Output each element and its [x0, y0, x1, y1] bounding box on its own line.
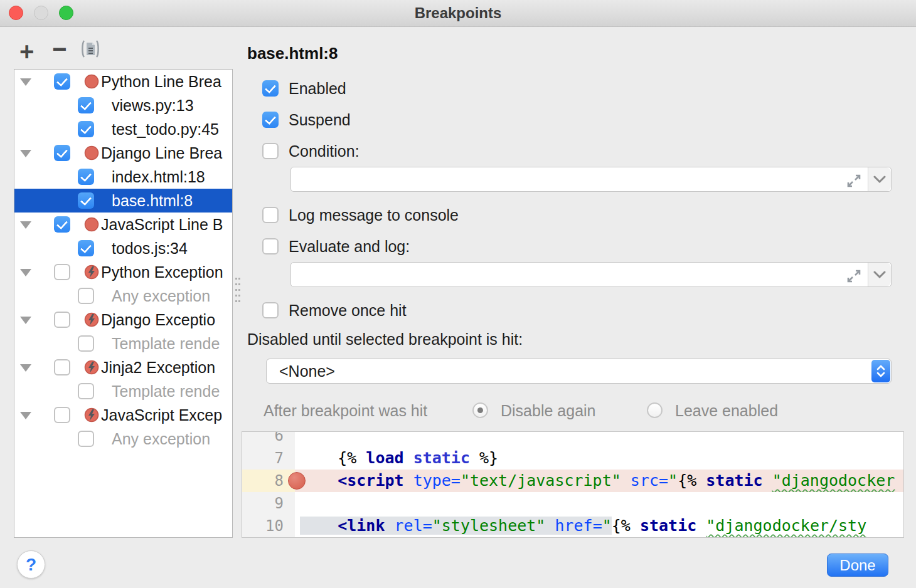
- breakpoint-checkbox[interactable]: [78, 169, 94, 185]
- line-number[interactable]: 10: [242, 515, 295, 537]
- condition-row: Condition:: [262, 142, 359, 160]
- expand-editor-icon[interactable]: [845, 267, 863, 287]
- tree-row-label: test_todo.py:45: [112, 120, 219, 139]
- breakpoint-checkbox[interactable]: [54, 73, 70, 90]
- select-stepper-icon: [871, 360, 890, 382]
- code-text: [295, 492, 903, 515]
- breakpoint-checkbox[interactable]: [78, 383, 94, 399]
- breakpoint-checkbox[interactable]: [54, 216, 70, 233]
- disclosure-triangle-icon[interactable]: [20, 78, 31, 86]
- tree-row-label: Any exception: [112, 430, 210, 448]
- evaluate-checkbox[interactable]: [262, 238, 279, 255]
- breakpoint-checkbox[interactable]: [54, 359, 70, 375]
- radio-disable-again[interactable]: [472, 402, 488, 418]
- remove-once-hit-label: Remove once hit: [289, 302, 407, 320]
- log-message-checkbox[interactable]: [262, 207, 279, 223]
- breakpoint-checkbox[interactable]: [78, 97, 94, 113]
- tree-row-template-rende[interactable]: Template rende: [14, 379, 232, 403]
- disclosure-triangle-icon[interactable]: [20, 269, 31, 276]
- tree-row-any-exception[interactable]: Any exception: [14, 427, 232, 451]
- breakpoint-checkbox[interactable]: [78, 240, 94, 256]
- condition-checkbox[interactable]: [262, 143, 279, 159]
- radio-leave-enabled-label: Leave enabled: [675, 402, 778, 420]
- titlebar: Breakpoints: [0, 0, 916, 27]
- done-button[interactable]: Done: [827, 554, 888, 577]
- add-breakpoint-button[interactable]: +: [19, 39, 34, 64]
- tree-row-any-exception[interactable]: Any exception: [14, 284, 232, 308]
- radio-leave-enabled[interactable]: [647, 402, 663, 418]
- code-text: <link rel="stylesheet" href="{% static "…: [295, 515, 903, 537]
- line-number[interactable]: 8: [242, 470, 295, 492]
- tree-row-label: Any exception: [112, 287, 210, 305]
- close-button[interactable]: [9, 6, 23, 20]
- disclosure-triangle-icon[interactable]: [20, 364, 31, 372]
- code-text: {% load static %}: [295, 447, 903, 470]
- tree-row-label: index.html:18: [112, 168, 205, 186]
- radio-disable-again-label: Disable again: [501, 402, 596, 420]
- minimize-button[interactable]: [34, 6, 48, 20]
- code-text: [295, 431, 903, 447]
- disclosure-triangle-icon[interactable]: [20, 221, 31, 229]
- disabled-until-label: Disabled until selected breakpoint is hi…: [247, 330, 523, 349]
- breakpoint-checkbox[interactable]: [78, 288, 94, 304]
- remove-once-hit-row: Remove once hit: [262, 302, 407, 319]
- code-preview[interactable]: 67 {% load static %}8 <script type="text…: [242, 431, 904, 538]
- tree-row-python-exception[interactable]: Python Exception: [14, 260, 232, 284]
- line-number[interactable]: 7: [242, 447, 295, 470]
- tree-row-base-html-8[interactable]: base.html:8: [14, 189, 232, 213]
- evaluate-history-dropdown-icon[interactable]: [868, 263, 891, 286]
- tree-row-django-line-brea[interactable]: Django Line Brea: [14, 141, 232, 165]
- evaluate-input[interactable]: [291, 263, 861, 286]
- log-row: Log message to console: [262, 206, 459, 224]
- group-by-file-icon[interactable]: [79, 38, 102, 62]
- tree-row-views-py-13[interactable]: views.py:13: [14, 93, 232, 117]
- suspend-checkbox[interactable]: [262, 112, 279, 128]
- breakpoint-checkbox[interactable]: [78, 335, 94, 352]
- expand-editor-icon[interactable]: [845, 172, 863, 192]
- breakpoint-checkbox[interactable]: [78, 431, 94, 447]
- condition-history-dropdown-icon[interactable]: [868, 167, 891, 191]
- breakpoint-dot-icon[interactable]: [288, 472, 306, 490]
- breakpoint-checkbox[interactable]: [78, 121, 94, 137]
- log-message-label: Log message to console: [289, 206, 459, 224]
- tree-row-label: Jinja2 Exception: [101, 359, 215, 377]
- tree-row-label: Template rende: [112, 335, 220, 353]
- enabled-row: Enabled: [262, 80, 346, 97]
- line-number[interactable]: 9: [242, 492, 295, 515]
- evaluate-field: [290, 262, 892, 287]
- disabled-until-select[interactable]: <None>: [266, 359, 892, 384]
- breakpoint-checkbox[interactable]: [54, 264, 70, 280]
- tree-row-label: Django Exceptio: [101, 311, 215, 329]
- condition-input[interactable]: [291, 167, 861, 191]
- enabled-checkbox[interactable]: [262, 80, 279, 97]
- tree-row-test-todo-py-45[interactable]: test_todo.py:45: [14, 117, 232, 141]
- splitter-handle[interactable]: [235, 276, 240, 303]
- tree-row-jinja2-exception[interactable]: Jinja2 Exception: [14, 355, 232, 379]
- tree-row-template-rende[interactable]: Template rende: [14, 332, 232, 355]
- breakpoint-checkbox[interactable]: [54, 312, 70, 328]
- breakpoints-dialog: { "window": { "title": "Breakpoints" }, …: [0, 0, 916, 588]
- line-breakpoint-icon: [84, 217, 99, 232]
- tree-row-django-exceptio[interactable]: Django Exceptio: [14, 308, 232, 332]
- condition-field: [290, 167, 892, 192]
- tree-row-label: Python Line Brea: [101, 73, 221, 91]
- breakpoint-checkbox[interactable]: [54, 145, 70, 161]
- help-button[interactable]: ?: [17, 550, 45, 579]
- disclosure-triangle-icon[interactable]: [20, 150, 31, 157]
- remove-breakpoint-button[interactable]: −: [52, 36, 67, 61]
- line-number[interactable]: 6: [242, 431, 295, 447]
- exception-breakpoint-icon: [84, 265, 99, 280]
- tree-row-label: Template rende: [112, 382, 220, 401]
- tree-row-python-line-brea[interactable]: Python Line Brea: [14, 70, 232, 93]
- window-title: Breakpoints: [0, 0, 916, 26]
- breakpoints-tree: Python Line Breaviews.py:13test_todo.py:…: [14, 69, 233, 538]
- disabled-until-value: <None>: [279, 362, 335, 381]
- breakpoint-checkbox[interactable]: [78, 192, 94, 209]
- remove-once-hit-checkbox[interactable]: [262, 302, 279, 318]
- suspend-row: Suspend: [262, 111, 351, 129]
- tree-row-todos-js-34[interactable]: todos.js:34: [14, 236, 232, 260]
- tree-row-index-html-18[interactable]: index.html:18: [14, 165, 232, 189]
- tree-row-javascript-line-b[interactable]: JavaScript Line B: [14, 213, 232, 236]
- disclosure-triangle-icon[interactable]: [20, 317, 31, 324]
- zoom-button[interactable]: [59, 6, 73, 20]
